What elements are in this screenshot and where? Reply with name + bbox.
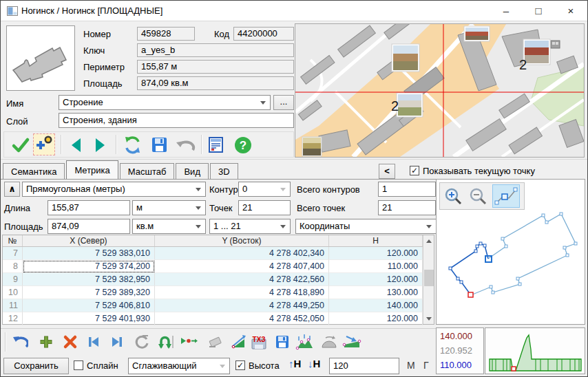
last-point-icon[interactable]	[109, 334, 125, 349]
zoom-out-icon[interactable]	[469, 187, 488, 206]
total-contours-field[interactable]: 1	[378, 182, 436, 197]
scroll-up-icon[interactable]	[423, 235, 434, 246]
contour-combo[interactable]: 0	[238, 182, 291, 197]
length-field[interactable]: 155,87	[48, 200, 130, 215]
show-vertices-toggle[interactable]	[492, 184, 520, 208]
tab-scale[interactable]: Масштаб	[120, 163, 175, 180]
geometry-preview[interactable]	[436, 179, 585, 325]
map-photo-thumbnail[interactable]	[464, 26, 490, 41]
show-current-point-checkbox[interactable]: ✓	[410, 166, 419, 175]
title-bar[interactable]: Ногинск / Ногинск [ПЛОЩАДНЫЕ] – □ ×	[1, 1, 587, 21]
add-point-icon[interactable]	[39, 334, 54, 349]
table-row[interactable]: 7 7 529 383,010 4 278 402,340 120.000	[3, 247, 434, 260]
save-metric-button[interactable]: Сохранить	[3, 358, 69, 374]
height-up-button[interactable]: ↑Н	[288, 358, 301, 369]
undo-edit-icon[interactable]	[12, 334, 28, 350]
save-icon[interactable]	[150, 136, 169, 155]
rotate-icon[interactable]	[134, 334, 150, 350]
cell-x[interactable]: 7 529 383,010	[23, 247, 155, 260]
tab-3d[interactable]: 3D	[210, 163, 238, 180]
scrollbar-thumb[interactable]	[424, 270, 434, 286]
previous-object-icon[interactable]	[67, 136, 85, 154]
smoothing-combo[interactable]: Сглаживающий	[128, 358, 230, 374]
cell-x-focused[interactable]: 7 529 374,200	[23, 260, 155, 273]
cell-x[interactable]: 7 529 382,950	[23, 273, 155, 286]
minimize-button[interactable]: –	[491, 1, 521, 21]
cell-point-number[interactable]: 8	[3, 260, 23, 273]
cell-y[interactable]: 4 278 449,250	[155, 299, 329, 312]
smooth-surface-icon[interactable]	[320, 334, 338, 350]
cell-point-number[interactable]: 11	[3, 299, 23, 312]
cell-point-number[interactable]: 10	[3, 286, 23, 299]
height-value-input[interactable]: 120	[329, 358, 399, 374]
save-metric-icon[interactable]	[275, 334, 290, 349]
degrees-mode-button[interactable]: Г	[423, 360, 429, 371]
map-photo-thumbnail[interactable]	[523, 39, 550, 65]
area-unit-combo[interactable]: кв.м	[132, 219, 206, 234]
maximize-button[interactable]: □	[523, 1, 554, 21]
heights-profile-icon[interactable]	[295, 332, 315, 352]
spline-checkbox[interactable]	[74, 360, 83, 370]
name-combo[interactable]: Строение	[59, 95, 271, 110]
height-checkbox[interactable]: ✓	[235, 360, 245, 370]
table-row[interactable]: 8 7 529 374,200 4 278 407,400 110.000	[3, 260, 434, 273]
cell-x[interactable]: 7 529 401,930	[23, 312, 155, 325]
table-row[interactable]: 9 7 529 382,950 4 278 422,560 120.000	[3, 273, 434, 286]
cell-h[interactable]: 120.000	[329, 247, 423, 260]
view-mode-combo[interactable]: Координаты	[295, 219, 437, 234]
cell-y[interactable]: 4 278 418,890	[155, 286, 329, 299]
next-object-icon[interactable]	[91, 136, 109, 154]
cell-h[interactable]: 130.000	[329, 286, 423, 299]
cell-h[interactable]: 120.000	[329, 312, 423, 325]
tab-semantics[interactable]: Семантика	[3, 163, 65, 180]
cell-h[interactable]: 120.000	[329, 273, 423, 286]
metric-area-field[interactable]: 874,09	[48, 219, 130, 234]
cell-point-number[interactable]: 12	[3, 312, 23, 325]
col-header-n[interactable]: №	[3, 235, 23, 246]
map-photo-thumbnail[interactable]	[302, 137, 322, 156]
collapse-panel-button[interactable]: <	[379, 164, 395, 179]
cell-y[interactable]: 4 278 452,050	[155, 312, 329, 325]
table-row[interactable]: 11 7 529 406,810 4 278 449,250 140.000	[3, 299, 434, 312]
point-range-combo[interactable]: 1 ... 21	[209, 219, 291, 234]
cell-x[interactable]: 7 529 389,320	[23, 286, 155, 299]
accept-icon[interactable]	[11, 136, 30, 155]
cell-h[interactable]: 140.000	[329, 299, 423, 312]
delete-point-icon[interactable]	[63, 334, 78, 349]
traverse-points-icon[interactable]	[180, 336, 198, 348]
height-down-button[interactable]: ↓Н	[308, 358, 320, 369]
map-photo-thumbnail[interactable]	[397, 93, 423, 117]
cut-metric-icon[interactable]	[231, 334, 247, 350]
export-txz-icon[interactable]: ТХЗ	[250, 334, 268, 350]
refresh-icon[interactable]	[123, 135, 143, 155]
help-icon[interactable]: ?	[233, 135, 253, 155]
meters-mode-button[interactable]: М	[407, 360, 415, 371]
tab-metrics[interactable]: Метрика	[66, 160, 118, 180]
col-header-y[interactable]: Y (Восток)	[155, 235, 329, 246]
cell-x[interactable]: 7 529 406,810	[23, 299, 155, 312]
cell-point-number[interactable]: 9	[3, 273, 23, 286]
create-object-tool[interactable]	[33, 133, 55, 155]
name-more-button[interactable]: ...	[273, 95, 294, 110]
first-point-icon[interactable]	[86, 334, 101, 349]
slope-icon[interactable]	[342, 333, 361, 351]
zoom-in-icon[interactable]	[444, 187, 463, 206]
projection-combo[interactable]: Прямоугольная (метры)	[22, 182, 206, 197]
object-form-icon[interactable]	[207, 136, 226, 155]
undo-icon[interactable]	[175, 136, 196, 154]
cell-y[interactable]: 4 278 402,340	[155, 247, 329, 260]
map-photo-thumbnail[interactable]	[392, 44, 419, 72]
cell-point-number[interactable]: 7	[3, 247, 23, 260]
tab-view[interactable]: Вид	[176, 163, 209, 180]
cell-y[interactable]: 4 278 422,560	[155, 273, 329, 286]
eraser-icon[interactable]	[207, 334, 224, 349]
points-field[interactable]: 21	[238, 200, 291, 215]
close-button[interactable]: ×	[556, 1, 586, 21]
table-row[interactable]: 12 7 529 401,930 4 278 452,050 120.000	[3, 312, 434, 325]
length-unit-combo[interactable]: м	[132, 200, 206, 215]
collapse-metric-button[interactable]: ∧	[4, 182, 20, 197]
cell-y[interactable]: 4 278 407,400	[155, 260, 329, 273]
total-points-field[interactable]: 21	[378, 200, 436, 215]
scroll-down-icon[interactable]	[423, 313, 434, 324]
cell-h[interactable]: 110.000	[329, 260, 423, 273]
